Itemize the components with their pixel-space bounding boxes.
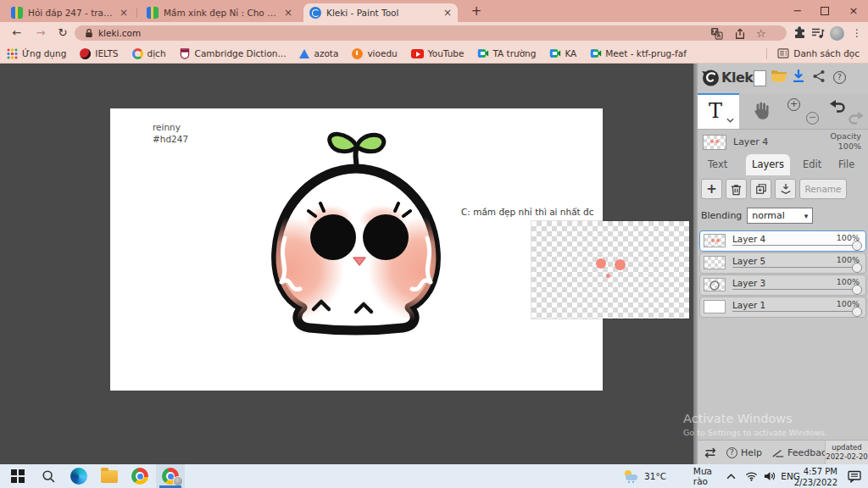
translate-icon[interactable]	[710, 27, 724, 39]
weather-desc[interactable]: Mưa rào	[693, 464, 712, 488]
delete-layer-button[interactable]	[726, 179, 747, 199]
share-nodes-icon[interactable]	[812, 69, 826, 86]
zoom-in-button[interactable]: +	[787, 98, 800, 111]
blending-select[interactable]: normal ▾	[747, 208, 813, 224]
download-button[interactable]	[792, 69, 805, 86]
share-icon[interactable]	[734, 27, 748, 39]
hoidap247-favicon	[147, 7, 159, 19]
bookmark-ta-truong[interactable]: TA trường	[477, 48, 536, 59]
zoom-out-button[interactable]: −	[806, 112, 819, 125]
duplicate-layer-button[interactable]	[750, 179, 771, 199]
opacity-slider-track[interactable]	[732, 245, 853, 246]
bookmark-label: TA trường	[492, 48, 536, 58]
bookmark-ka[interactable]: KA	[549, 48, 576, 59]
edge-icon	[70, 468, 87, 485]
redo-button[interactable]	[849, 112, 864, 128]
chrome-icon	[131, 468, 148, 485]
tab-close-icon[interactable]: ×	[443, 8, 452, 18]
layer-item-layer1[interactable]: Layer 1 100%	[699, 297, 866, 318]
url-text: kleki.com	[98, 28, 141, 38]
hand-tool-button[interactable]	[750, 100, 772, 125]
taskbar-explorer-icon[interactable]	[95, 464, 124, 488]
merge-layer-button[interactable]	[775, 179, 796, 199]
reading-list-button[interactable]: Danh sách đọc	[766, 48, 860, 59]
layer-name: Layer 4	[732, 234, 765, 244]
clock-date: 2/23/2022	[794, 478, 837, 488]
notification-center-icon[interactable]	[848, 464, 861, 488]
help-button[interactable]: ? Help	[726, 441, 762, 464]
window-restore-button[interactable]	[812, 0, 837, 22]
swap-arrows-button[interactable]	[703, 441, 718, 464]
opacity-slider-handle[interactable]	[852, 285, 862, 295]
kleki-favicon	[309, 7, 321, 19]
new-image-button[interactable]	[754, 70, 766, 86]
layer-item-layer5[interactable]: Layer 5 100%	[699, 252, 866, 274]
tab-file[interactable]: File	[838, 158, 854, 170]
blending-row: Blending normal ▾	[701, 208, 813, 224]
address-bar[interactable]: kleki.com ☆	[75, 25, 787, 41]
clock[interactable]: 4:57 PM 2/23/2022	[794, 467, 837, 488]
media-list-icon[interactable]	[810, 25, 826, 41]
start-button[interactable]	[3, 464, 32, 488]
window-close-button[interactable]: ×	[841, 0, 866, 22]
tab-text[interactable]: Text	[708, 158, 727, 170]
paint-canvas[interactable]: reinny #hd247	[110, 108, 603, 391]
opacity-slider-handle[interactable]	[852, 241, 862, 251]
open-file-button[interactable]	[771, 69, 787, 86]
profile-avatar[interactable]	[829, 25, 844, 41]
add-layer-button[interactable]: +	[701, 179, 722, 199]
opacity-slider-handle[interactable]	[852, 263, 862, 273]
browser-menu-icon[interactable]: ⋮	[849, 25, 865, 41]
text-tool-button[interactable]: T	[698, 93, 739, 129]
wifi-icon[interactable]	[745, 464, 758, 488]
extensions-puzzle-icon[interactable]	[792, 25, 807, 41]
layer-preview-overlay[interactable]	[531, 221, 689, 319]
opacity-slider-handle[interactable]	[852, 307, 862, 317]
opacity-slider-track[interactable]	[732, 311, 853, 312]
layer-name: Layer 1	[732, 300, 765, 310]
feedback-button[interactable]: Feedback	[772, 441, 832, 464]
chevron-up-icon[interactable]	[726, 464, 736, 488]
back-icon[interactable]: ←	[8, 25, 25, 41]
taskbar-chrome-icon[interactable]	[125, 464, 154, 488]
new-tab-button[interactable]: +	[468, 3, 485, 19]
tab-hoidap247[interactable]: Hỏi đáp 247 - trang tra loi ×	[5, 3, 134, 22]
tab-mam-xink[interactable]: Mầm xink đẹp Nỉ : Cho ai đóo lề ×	[141, 3, 298, 22]
tab-close-icon[interactable]: ×	[284, 8, 292, 18]
bookmark-azota[interactable]: azota	[299, 48, 338, 58]
tab-edit[interactable]: Edit	[803, 158, 821, 170]
tab-kleki-active[interactable]: Kleki - Paint Tool ×	[303, 3, 458, 22]
bookmark-meet[interactable]: Meet - ktf-prug-faf	[590, 48, 687, 59]
layer-name: Layer 3	[732, 278, 765, 288]
taskbar-edge-icon[interactable]	[64, 464, 93, 488]
reload-icon[interactable]: ↻	[54, 25, 71, 41]
tab-layers[interactable]: Layers	[746, 154, 790, 175]
browser-tab-strip: Hỏi đáp 247 - trang tra loi × Mầm xink đ…	[0, 0, 868, 22]
bookmark-ielts[interactable]: IELTS	[80, 48, 118, 59]
opacity-slider-track[interactable]	[732, 267, 853, 268]
tab-close-icon[interactable]: ×	[120, 8, 128, 18]
volume-icon[interactable]	[764, 464, 776, 488]
bookmark-cambridge[interactable]: Cambridge Diction...	[180, 48, 287, 59]
taskbar-chrome-active[interactable]	[156, 464, 185, 488]
rename-layer-button[interactable]: Rename	[799, 179, 847, 199]
layer-item-layer4[interactable]: Layer 4 100%	[699, 230, 866, 252]
taskbar-search-button[interactable]	[34, 464, 63, 488]
desktop: Hỏi đáp 247 - trang tra loi × Mầm xink đ…	[0, 0, 868, 488]
layer-item-layer3[interactable]: Layer 3 100%	[699, 274, 866, 296]
bookmark-youtube[interactable]: YouTube	[411, 48, 465, 58]
window-minimize-button[interactable]: −	[785, 0, 810, 22]
bookmark-star-icon[interactable]: ☆	[756, 27, 770, 39]
weather-icon[interactable]	[624, 464, 639, 488]
opacity-slider-track[interactable]	[732, 289, 853, 290]
text-tool-glyph: T	[709, 99, 722, 123]
panel-tabs: Text Layers Edit File	[698, 154, 868, 175]
undo-button[interactable]	[830, 100, 845, 116]
forward-icon[interactable]: →	[32, 25, 49, 41]
bookmark-apps[interactable]: Ứng dụng	[7, 48, 66, 59]
weather-temp[interactable]: 31°C	[644, 464, 666, 488]
layer-name: Layer 5	[732, 256, 765, 266]
help-icon[interactable]: ?	[833, 71, 846, 84]
bookmark-vioedu[interactable]: vioedu	[352, 48, 397, 59]
bookmark-dich[interactable]: dịch	[132, 48, 166, 59]
